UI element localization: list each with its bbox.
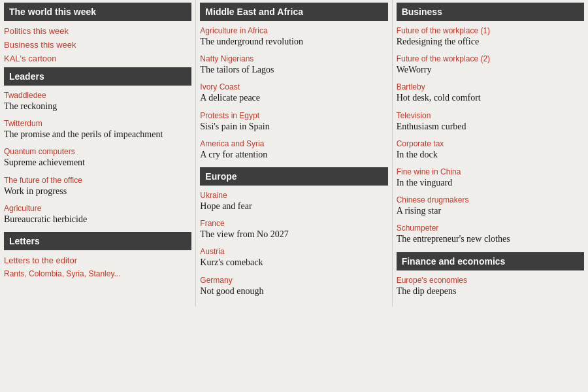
list-item: Europe's economies The dip deepens bbox=[397, 276, 584, 297]
list-item: Chinese drugmakers A rising star bbox=[397, 195, 584, 217]
article-title: The tailors of Lagos bbox=[200, 65, 274, 74]
article-title: In the vinguard bbox=[397, 178, 453, 188]
list-item: France The view from No 2027 bbox=[200, 219, 387, 240]
article-label[interactable]: The future of the office bbox=[4, 176, 191, 185]
section-header-mea: Middle East and Africa bbox=[200, 3, 387, 21]
article-label[interactable]: Quantum computers bbox=[4, 147, 191, 156]
list-item: Twitterdum The promise and the perils of… bbox=[4, 119, 191, 140]
article-title: Redesigning the office bbox=[397, 37, 480, 46]
article-title: Not good enough bbox=[200, 286, 263, 296]
list-item: Austria Kurz's comeback bbox=[200, 247, 387, 269]
list-item: Quantum computers Supreme achievement bbox=[4, 147, 191, 169]
section-header-letters: Letters bbox=[4, 232, 191, 250]
article-label[interactable]: Europe's economies bbox=[397, 276, 584, 285]
article-label[interactable]: Future of the workplace (2) bbox=[397, 54, 584, 63]
list-item: Ivory Coast A delicate peace bbox=[200, 82, 387, 104]
section-header-business: Business bbox=[397, 3, 584, 21]
main-layout: The world this week Politics this week B… bbox=[0, 0, 588, 306]
article-title: In the dock bbox=[397, 150, 438, 159]
section-header-world: The world this week bbox=[4, 3, 191, 21]
article-label[interactable]: Future of the workplace (1) bbox=[397, 26, 584, 35]
list-item: Corporate tax In the dock bbox=[397, 139, 584, 161]
article-title: Kurz's comeback bbox=[200, 257, 263, 267]
article-label: Rants, Colombia, Syria, Stanley... bbox=[4, 269, 191, 278]
article-label[interactable]: Bartleby bbox=[397, 82, 584, 91]
article-title: Enthusiasm curbed bbox=[397, 122, 466, 131]
leaders-articles: Twaddledee The reckoning Twitterdum The … bbox=[4, 91, 191, 225]
list-item: The future of the office Work in progres… bbox=[4, 176, 191, 197]
mea-articles: Agriculture in Africa The underground re… bbox=[200, 26, 387, 161]
article-title: Bureaucratic herbicide bbox=[4, 214, 87, 224]
article-label[interactable]: Germany bbox=[200, 276, 387, 285]
article-label[interactable]: Austria bbox=[200, 247, 387, 256]
article-title: The view from No 2027 bbox=[200, 229, 288, 239]
article-label[interactable]: Fine wine in China bbox=[397, 167, 584, 176]
nav-letters-editor[interactable]: Letters to the editor bbox=[4, 255, 191, 265]
business-articles: Future of the workplace (1) Redesigning … bbox=[397, 26, 584, 246]
article-label[interactable]: Television bbox=[397, 111, 584, 120]
article-label[interactable]: Corporate tax bbox=[397, 139, 584, 148]
article-title: Hot desk, cold comfort bbox=[397, 93, 481, 103]
list-item: Schumpeter The entrepreneur's new clothe… bbox=[397, 223, 584, 245]
article-label[interactable]: France bbox=[200, 219, 387, 228]
list-item: Protests in Egypt Sisi's pain in Spain bbox=[200, 111, 387, 133]
list-item: America and Syria A cry for attention bbox=[200, 139, 387, 161]
article-title: The entrepreneur's new clothes bbox=[397, 234, 510, 244]
article-label[interactable]: Agriculture in Africa bbox=[200, 26, 387, 35]
article-title: Supreme achievement bbox=[4, 157, 85, 167]
list-item: Agriculture in Africa The underground re… bbox=[200, 26, 387, 48]
article-label[interactable]: Twitterdum bbox=[4, 119, 191, 128]
list-item: Ukraine Hope and fear bbox=[200, 191, 387, 212]
article-label[interactable]: Schumpeter bbox=[397, 223, 584, 233]
list-item: Television Enthusiasm curbed bbox=[397, 111, 584, 133]
article-label[interactable]: Twaddledee bbox=[4, 91, 191, 100]
article-label[interactable]: Ivory Coast bbox=[200, 82, 387, 91]
list-item: Twaddledee The reckoning bbox=[4, 91, 191, 112]
column-3: Business Future of the workplace (1) Red… bbox=[393, 0, 588, 306]
list-item: Agriculture Bureaucratic herbicide bbox=[4, 204, 191, 225]
article-title: A delicate peace bbox=[200, 93, 260, 103]
list-item: Bartleby Hot desk, cold comfort bbox=[397, 82, 584, 104]
article-title: The dip deepens bbox=[397, 286, 457, 296]
letters-articles: Letters to the editor Rants, Colombia, S… bbox=[4, 255, 191, 278]
article-label[interactable]: America and Syria bbox=[200, 139, 387, 148]
finance-articles: Europe's economies The dip deepens bbox=[397, 276, 584, 297]
article-label[interactable]: Protests in Egypt bbox=[200, 111, 387, 120]
article-title: Work in progress bbox=[4, 186, 67, 196]
article-label[interactable]: Chinese drugmakers bbox=[397, 195, 584, 204]
article-title: Sisi's pain in Spain bbox=[200, 122, 269, 131]
europe-articles: Ukraine Hope and fear France The view fr… bbox=[200, 191, 387, 297]
nav-politics[interactable]: Politics this week bbox=[4, 26, 191, 36]
article-title: The underground revolution bbox=[200, 37, 303, 46]
nav-business-week[interactable]: Business this week bbox=[4, 40, 191, 50]
list-item: Natty Nigerians The tailors of Lagos bbox=[200, 54, 387, 76]
article-title: A rising star bbox=[397, 206, 441, 216]
article-label[interactable]: Natty Nigerians bbox=[200, 54, 387, 63]
article-title: A cry for attention bbox=[200, 150, 267, 159]
nav-kal[interactable]: KAL's cartoon bbox=[4, 54, 191, 63]
world-nav: Politics this week Business this week KA… bbox=[4, 26, 191, 63]
article-title: The reckoning bbox=[4, 101, 57, 111]
article-title: WeWorry bbox=[397, 65, 432, 74]
list-item: Fine wine in China In the vinguard bbox=[397, 167, 584, 189]
article-label[interactable]: Agriculture bbox=[4, 204, 191, 213]
section-header-finance: Finance and economics bbox=[397, 252, 584, 270]
column-2: Middle East and Africa Agriculture in Af… bbox=[196, 0, 391, 306]
list-item: Future of the workplace (2) WeWorry bbox=[397, 54, 584, 76]
article-title: Hope and fear bbox=[200, 201, 252, 211]
list-item: Future of the workplace (1) Redesigning … bbox=[397, 26, 584, 48]
section-header-europe: Europe bbox=[200, 167, 387, 186]
article-label[interactable]: Ukraine bbox=[200, 191, 387, 200]
list-item: Germany Not good enough bbox=[200, 276, 387, 297]
article-title: The promise and the perils of impeachmen… bbox=[4, 129, 163, 139]
column-1: The world this week Politics this week B… bbox=[0, 0, 195, 306]
section-header-leaders: Leaders bbox=[4, 67, 191, 86]
